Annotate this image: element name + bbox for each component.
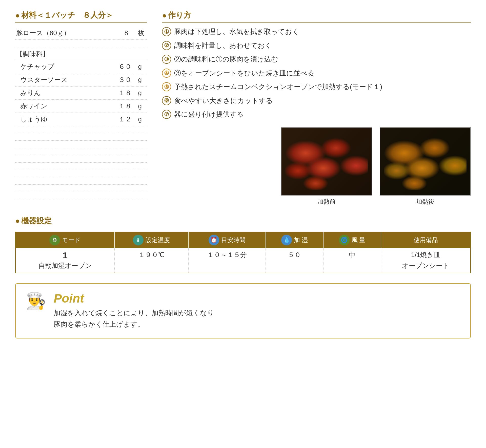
step-num-7: ⑦ <box>162 110 171 119</box>
seasoning-ketchup: ケチャップ ６０ g <box>15 60 147 73</box>
ingredients-column: 材料＜１バッチ ８人分＞ 豚ロース（80ｇ） 8 枚 【調味料】 ケチャップ ６… <box>15 10 147 206</box>
seasoning-mirin: みりん １８ g <box>15 87 147 100</box>
empty-row-10 <box>15 192 147 199</box>
step-text-6: 食べやすい大きさにカットする <box>174 96 273 106</box>
mode-name: 自動加湿オーブン <box>38 261 92 270</box>
step-num-4: ④ <box>162 69 171 78</box>
step-text-1: 豚肉は下処理し、水気を拭き取っておく <box>174 27 299 37</box>
empty-row-9 <box>15 185 147 192</box>
seasoning-name-mirin: みりん <box>20 89 41 97</box>
empty-row-1 <box>15 126 147 133</box>
temp-icon: 🌡 <box>133 235 144 245</box>
seasoning-amount-ketchup: ６０ g <box>118 62 142 71</box>
step-text-2: 調味料を計量し、あわせておく <box>174 40 272 51</box>
seasoning-name-worcester: ウスターソース <box>20 75 68 84</box>
point-text-block: Point 加湿を入れて焼くことにより、加熱時間が短くなり 豚肉を柔らかく仕上げ… <box>54 291 460 331</box>
machine-humidity-cell: ５０ <box>266 248 323 273</box>
wind-icon: 🌀 <box>339 235 350 245</box>
seasoning-name-soysauce: しょうゆ <box>20 115 48 124</box>
th-temp: 🌡 設定温度 <box>115 232 189 248</box>
photo-after-container: 加熱後 <box>380 127 471 206</box>
photos-section: 加熱前 加熱後 <box>162 127 471 206</box>
step-text-5: 予熱されたスチームコンベクションオーブンで加熱する(モード１) <box>174 82 382 92</box>
th-humidity: 💧 加 湿 <box>266 232 323 248</box>
main-ingredient-row: 豚ロース（80ｇ） 8 枚 <box>15 27 147 40</box>
empty-row-7 <box>15 170 147 177</box>
photo-before-caption: 加熱前 <box>317 198 336 206</box>
seasoning-amount-soysauce: １２ g <box>118 115 142 124</box>
step-5: ⑤ 予熱されたスチームコンベクションオーブンで加熱する(モード１) <box>162 82 471 92</box>
photo-before <box>281 127 372 196</box>
step-num-5: ⑤ <box>162 82 171 91</box>
machine-wind-cell: 中 <box>323 248 381 273</box>
mode-icon: ♻ <box>49 235 60 245</box>
machine-mode-cell: 1 自動加湿オーブン <box>15 248 115 273</box>
machine-row-1: 1 自動加湿オーブン １９０℃ １０～１５分 ５０ 中 1/1焼き皿 オーブンシ… <box>15 248 471 273</box>
seasoning-name-redwine: 赤ワイン <box>20 102 47 111</box>
time-icon: ⏰ <box>209 235 219 245</box>
machine-temp-cell: １９０℃ <box>115 248 189 273</box>
seasoning-redwine: 赤ワイン １８ g <box>15 100 147 113</box>
equipment-line1: 1/1焼き皿 <box>386 250 465 259</box>
empty-row-5 <box>15 155 147 163</box>
step-num-2: ② <box>162 41 171 50</box>
photo-before-container: 加熱前 <box>281 127 372 206</box>
empty-row-6 <box>15 163 147 170</box>
empty-row-4 <box>15 148 147 155</box>
empty-row-8 <box>15 177 147 185</box>
machine-time-cell: １０～１５分 <box>188 248 266 273</box>
th-mode: ♻ モード <box>15 232 115 248</box>
point-line2: 豚肉を柔らかく仕上げます。 <box>54 319 460 330</box>
instructions-title: 作り方 <box>162 10 471 23</box>
seasoning-amount-redwine: １８ g <box>118 102 142 111</box>
machine-section: 機器設定 ♻ モード 🌡 設定温度 ⏰ <box>15 216 471 273</box>
spacer-row-1 <box>15 40 147 47</box>
point-label: Point <box>54 291 460 305</box>
machine-title: 機器設定 <box>15 216 471 228</box>
step-1: ① 豚肉は下処理し、水気を拭き取っておく <box>162 27 471 37</box>
point-section: 👨‍🍳 Point 加湿を入れて焼くことにより、加熱時間が短くなり 豚肉を柔らか… <box>15 283 471 339</box>
step-7: ⑦ 器に盛り付け提供する <box>162 109 471 120</box>
step-4: ④ ③をオーブンシートをひいた焼き皿に並べる <box>162 68 471 78</box>
main-ingredient-amount: 8 枚 <box>115 29 146 37</box>
photo-after <box>380 127 471 196</box>
th-wind: 🌀 風 量 <box>323 232 381 248</box>
step-2: ② 調味料を計量し、あわせておく <box>162 40 471 51</box>
seasoning-amount-mirin: １８ g <box>118 89 142 97</box>
empty-row-2 <box>15 133 147 141</box>
step-num-6: ⑥ <box>162 96 171 105</box>
seasoning-amount-worcester: ３０ g <box>118 75 142 84</box>
step-text-7: 器に盛り付け提供する <box>174 109 244 120</box>
ingredients-title: 材料＜１バッチ ８人分＞ <box>15 10 147 23</box>
machine-equipment-cell: 1/1焼き皿 オーブンシート <box>381 248 471 273</box>
mode-number: 1 <box>63 250 68 260</box>
machine-table: ♻ モード 🌡 設定温度 ⏰ 目安時間 <box>15 232 471 273</box>
point-line1: 加湿を入れて焼くことにより、加熱時間が短くなり <box>54 307 460 319</box>
humidity-icon: 💧 <box>281 235 292 245</box>
point-description: 加湿を入れて焼くことにより、加熱時間が短くなり 豚肉を柔らかく仕上げます。 <box>54 307 460 331</box>
step-6: ⑥ 食べやすい大きさにカットする <box>162 96 471 106</box>
instructions-column: 作り方 ① 豚肉は下処理し、水気を拭き取っておく ② 調味料を計量し、あわせてお… <box>162 10 471 206</box>
photo-after-caption: 加熱後 <box>416 198 434 206</box>
th-time: ⏰ 目安時間 <box>188 232 266 248</box>
th-equipment: 使用備品 <box>381 232 471 248</box>
step-3: ③ ②の調味料に①の豚肉を漬け込む <box>162 54 471 65</box>
step-text-4: ③をオーブンシートをひいた焼き皿に並べる <box>174 68 314 78</box>
seasoning-worcester: ウスターソース ３０ g <box>15 73 147 87</box>
seasoning-label: 【調味料】 <box>15 47 147 60</box>
equipment-line2: オーブンシート <box>386 261 465 270</box>
steps-list: ① 豚肉は下処理し、水気を拭き取っておく ② 調味料を計量し、あわせておく ③ … <box>162 27 471 120</box>
step-text-3: ②の調味料に①の豚肉を漬け込む <box>174 54 278 65</box>
empty-row-3 <box>15 141 147 148</box>
main-ingredient-name: 豚ロース（80ｇ） <box>16 29 115 37</box>
step-num-3: ③ <box>162 55 171 64</box>
chef-hat-icon: 👨‍🍳 <box>26 291 46 310</box>
step-num-1: ① <box>162 27 171 36</box>
seasoning-soysauce: しょうゆ １２ g <box>15 113 147 126</box>
seasoning-name-ketchup: ケチャップ <box>20 62 54 71</box>
